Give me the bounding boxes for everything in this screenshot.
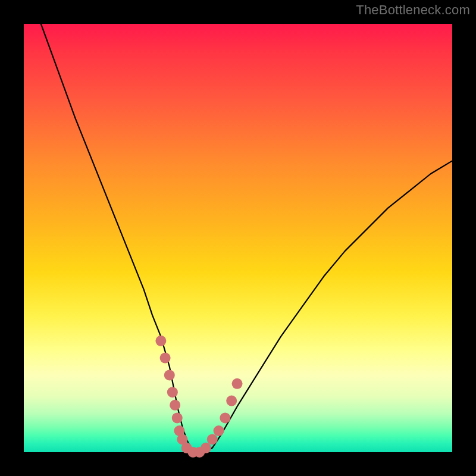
watermark-text: TheBottleneck.com <box>356 2 470 18</box>
chart-svg <box>24 24 452 452</box>
chart-frame: TheBottleneck.com <box>0 0 476 476</box>
curve-marker <box>214 425 224 436</box>
curve-marker <box>170 400 180 411</box>
curve-marker <box>167 387 178 397</box>
plot-area <box>24 24 452 452</box>
curve-marker <box>164 369 175 380</box>
curve-marker <box>155 336 166 346</box>
curve-marker <box>207 434 218 444</box>
bottleneck-curve <box>41 24 452 452</box>
curve-marker <box>201 443 211 453</box>
curve-marker <box>232 378 243 389</box>
curve-markers <box>155 336 242 458</box>
curve-marker <box>160 353 171 364</box>
curve-marker <box>220 412 230 423</box>
curve-marker <box>172 412 183 423</box>
curve-path <box>41 24 452 452</box>
curve-marker <box>226 396 237 406</box>
